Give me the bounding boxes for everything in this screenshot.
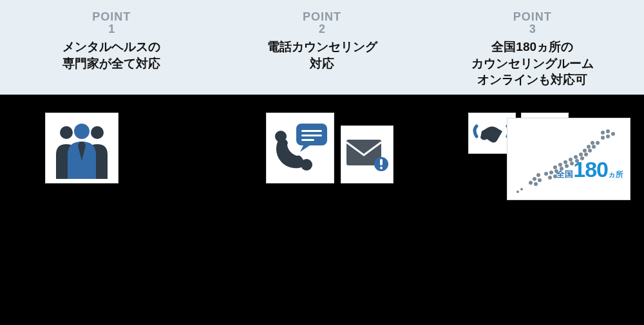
professionals-icon [45, 113, 118, 183]
svg-point-45 [538, 178, 542, 182]
icon-row: 全国180ヵ所 [0, 113, 644, 183]
svg-point-20 [601, 136, 605, 140]
svg-point-16 [601, 131, 605, 135]
point-label: POINT [427, 10, 638, 24]
point-title: メンタルヘルスの 専門家が全て対応 [6, 39, 217, 71]
map-suffix: ヵ所 [608, 170, 623, 179]
svg-point-22 [592, 145, 596, 149]
svg-point-24 [584, 153, 588, 156]
point-number: 3 [427, 23, 638, 36]
svg-point-19 [606, 135, 610, 138]
icon-cell-2 [221, 113, 442, 183]
point-label: POINT [217, 10, 428, 24]
svg-point-46 [534, 182, 538, 186]
svg-point-31 [549, 171, 553, 174]
svg-point-43 [533, 177, 536, 181]
point-col-3: POINT 3 全国180ヵ所の カウンセリングルーム オンラインも対応可 [427, 10, 638, 88]
svg-point-12 [380, 167, 383, 169]
svg-point-7 [275, 131, 287, 142]
svg-point-50 [516, 190, 519, 193]
svg-rect-11 [380, 159, 383, 165]
svg-point-34 [587, 145, 591, 149]
map-prefix: 全国 [556, 169, 573, 179]
point-col-1: POINT 1 メンタルヘルスの 専門家が全て対応 [6, 10, 217, 88]
point-title: 全国180ヵ所の カウンセリングルーム オンラインも対応可 [427, 39, 638, 88]
svg-point-21 [596, 141, 600, 145]
svg-point-49 [520, 188, 523, 190]
svg-point-42 [536, 173, 540, 177]
point-number: 2 [217, 23, 428, 36]
header-band: POINT 1 メンタルヘルスの 専門家が全て対応 POINT 2 電話カウンセ… [0, 0, 644, 95]
svg-point-47 [548, 176, 552, 180]
svg-point-8 [301, 159, 312, 171]
svg-point-18 [611, 132, 615, 136]
point-title: 電話カウンセリング 対応 [217, 39, 428, 71]
icon-cell-1 [0, 113, 221, 183]
point-label: POINT [6, 10, 217, 24]
svg-point-44 [529, 181, 533, 185]
svg-point-1 [91, 126, 104, 139]
map-label: 全国180ヵ所 [556, 157, 623, 182]
svg-point-35 [583, 149, 587, 153]
point-col-2: POINT 2 電話カウンセリング 対応 [217, 10, 428, 88]
icon-cell-3: 全国180ヵ所 [442, 113, 644, 183]
mail-alert-icon [341, 125, 393, 183]
svg-rect-4 [301, 130, 322, 132]
svg-point-23 [588, 149, 592, 153]
svg-point-17 [606, 129, 610, 133]
map-number: 180 [573, 157, 608, 181]
point-number: 1 [6, 23, 217, 36]
svg-point-0 [60, 126, 73, 139]
svg-rect-5 [301, 135, 322, 136]
svg-point-32 [544, 172, 548, 176]
svg-point-36 [579, 153, 583, 156]
svg-point-2 [74, 124, 90, 139]
svg-point-33 [591, 141, 594, 145]
svg-rect-6 [301, 139, 314, 141]
phone-counseling-icon [266, 113, 334, 183]
